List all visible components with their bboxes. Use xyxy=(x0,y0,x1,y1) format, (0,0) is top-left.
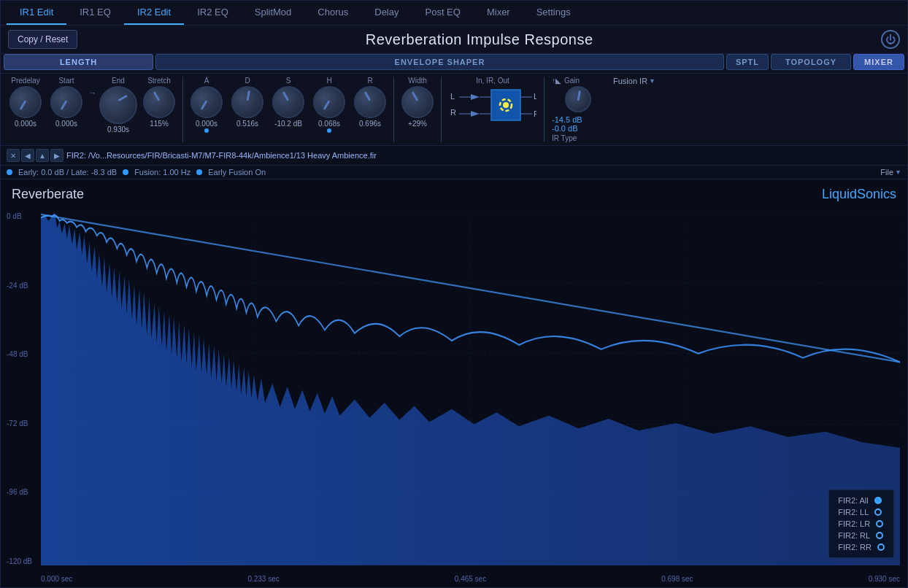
sustain-knob[interactable] xyxy=(272,86,304,118)
copy-reset-button[interactable]: Copy / Reset xyxy=(8,30,77,49)
sustain-value: -10.2 dB xyxy=(274,120,302,128)
end-knob[interactable] xyxy=(99,86,137,124)
tab-post-eq[interactable]: Post EQ xyxy=(412,1,474,25)
end-value: 0.930s xyxy=(107,125,129,134)
attack-knob[interactable] xyxy=(191,86,223,118)
db-48: -48 dB xyxy=(7,350,32,358)
stretch-knob[interactable] xyxy=(143,86,175,118)
tab-bar: IR1 Edit IR1 EQ IR2 Edit IR2 EQ SplitMod… xyxy=(1,1,907,26)
fusion-ir-dropdown[interactable]: Fusion IR ▼ xyxy=(613,77,655,85)
legend-fir2-lr[interactable]: FIR2: LR xyxy=(838,519,885,528)
hold-group: H 0.068s xyxy=(310,77,348,133)
power-button[interactable]: ⏻ xyxy=(881,30,900,49)
filepath-text: FIR2: /Vo...Resources/FIR/Bricasti-M7/M7… xyxy=(66,151,901,160)
tab-ir2-edit[interactable]: IR2 Edit xyxy=(124,1,184,25)
release-value: 0.696s xyxy=(359,120,381,128)
legend-fir2-ll-dot xyxy=(874,508,882,516)
stretch-label: Stretch xyxy=(147,77,171,85)
topology-section: In, IR, Out L R xyxy=(446,77,539,126)
file-label[interactable]: File xyxy=(880,168,893,177)
legend-fir2-ll[interactable]: FIR2: LL xyxy=(838,508,885,517)
fusion-ir-section: Fusion IR ▼ xyxy=(610,77,655,85)
legend-fir2-rr-dot xyxy=(877,543,885,551)
topology-diagram: L R L xyxy=(449,86,536,126)
time-4: 0.930 sec xyxy=(869,575,900,583)
tab-settings[interactable]: Settings xyxy=(523,1,584,25)
width-label: Width xyxy=(408,77,427,85)
topology-label: In, IR, Out xyxy=(476,77,509,85)
tab-chorus[interactable]: Chorus xyxy=(304,1,361,25)
legend-fir2-rl-label: FIR2: RL xyxy=(838,531,870,540)
gain-knob[interactable] xyxy=(565,86,591,112)
section-sptl[interactable]: SPTL xyxy=(726,54,769,70)
tab-splitmod[interactable]: SplitMod xyxy=(242,1,305,25)
header-row: Copy / Reset Reverberation Impulse Respo… xyxy=(1,26,907,54)
file-dropdown-arrow[interactable]: ▼ xyxy=(895,169,901,176)
legend-fir2-rr-label: FIR2: RR xyxy=(838,543,872,552)
section-envelope[interactable]: ENVELOPE SHAPER xyxy=(155,54,724,70)
tab-ir1-edit[interactable]: IR1 Edit xyxy=(7,1,66,25)
fp-prev-button[interactable]: ◀ xyxy=(21,149,34,162)
start-group: Start 0.000s xyxy=(47,77,85,128)
attack-value: 0.000s xyxy=(196,120,218,128)
db-labels: 0 dB -24 dB -48 dB -72 dB -96 dB -120 dB xyxy=(7,212,32,565)
predelay-knob[interactable] xyxy=(9,86,42,118)
width-group: Width +29% xyxy=(399,77,436,128)
tab-delay[interactable]: Delay xyxy=(361,1,412,25)
release-knob[interactable] xyxy=(354,86,386,118)
time-3: 0.698 sec xyxy=(661,575,693,583)
width-value: +29% xyxy=(408,120,427,128)
waveform-svg xyxy=(41,212,900,565)
sustain-label: S xyxy=(286,77,291,85)
stretch-value: 115% xyxy=(150,120,169,128)
tab-ir2-eq[interactable]: IR2 EQ xyxy=(184,1,242,25)
decay-knob[interactable] xyxy=(231,86,263,118)
early-fusion-info: Early Fusion On xyxy=(208,168,266,177)
legend: FIR2: All FIR2: LL FIR2: LR FIR2: RL FIR… xyxy=(828,490,894,558)
svg-text:R: R xyxy=(534,109,536,118)
legend-fir2-all[interactable]: FIR2: All xyxy=(838,496,885,505)
legend-fir2-rl[interactable]: FIR2: RL xyxy=(838,531,885,540)
filepath-row: ✕ ◀ ▲ ▶ FIR2: /Vo...Resources/FIR/Bricas… xyxy=(1,146,907,166)
early-info: Early: 0.0 dB / Late: -8.3 dB xyxy=(18,168,117,177)
hold-knob[interactable] xyxy=(313,86,345,118)
fusion-info: Fusion: 1.00 Hz xyxy=(134,168,191,177)
fp-play-button[interactable]: ▶ xyxy=(50,149,64,162)
gain-knob-group xyxy=(552,86,604,112)
legend-fir2-rr[interactable]: FIR2: RR xyxy=(838,543,885,552)
gain-value2: -0.0 dB xyxy=(552,124,604,133)
hold-value: 0.068s xyxy=(318,120,340,128)
svg-text:R: R xyxy=(450,108,456,117)
gain-value: -14.5 dB xyxy=(552,115,604,124)
section-length[interactable]: LENGTH xyxy=(4,54,153,70)
svg-text:L: L xyxy=(450,92,455,101)
fp-close-button[interactable]: ✕ xyxy=(7,149,20,162)
waveform-brand: LiquidSonics xyxy=(822,187,896,202)
width-knob[interactable] xyxy=(401,86,434,118)
db-120: -120 dB xyxy=(7,557,32,565)
start-end-arrow: → xyxy=(88,77,96,97)
predelay-group: Predelay 0.000s xyxy=(7,77,45,128)
section-mixer[interactable]: MIXER xyxy=(853,54,904,70)
section-topology[interactable]: TOPOLOGY xyxy=(771,54,851,70)
hold-label: H xyxy=(326,77,331,85)
start-value: 0.000s xyxy=(55,120,77,128)
mixer-section: ↑◣ Gain -14.5 dB -0.0 dB IR Type xyxy=(549,77,607,142)
section-bar: LENGTH ENVELOPE SHAPER SPTL TOPOLOGY MIX… xyxy=(1,54,907,74)
svg-marker-6 xyxy=(471,111,480,117)
decay-value: 0.516s xyxy=(236,120,258,128)
fusion-ir-arrow: ▼ xyxy=(649,77,655,85)
ir-type-label: IR Type xyxy=(552,134,604,142)
hold-dot xyxy=(327,128,331,133)
svg-text:L: L xyxy=(534,92,536,101)
tab-ir1-eq[interactable]: IR1 EQ xyxy=(66,1,124,25)
tab-mixer[interactable]: Mixer xyxy=(474,1,523,25)
time-axis: 0.000 sec 0.233 sec 0.465 sec 0.698 sec … xyxy=(41,575,900,583)
db-24: -24 dB xyxy=(7,282,32,290)
start-knob[interactable] xyxy=(50,86,82,118)
fp-up-button[interactable]: ▲ xyxy=(36,149,49,162)
svg-marker-2 xyxy=(471,94,480,100)
release-label: R xyxy=(367,77,372,85)
filepath-controls: ✕ ◀ ▲ ▶ xyxy=(7,149,64,162)
gain-label: Gain xyxy=(564,77,580,85)
